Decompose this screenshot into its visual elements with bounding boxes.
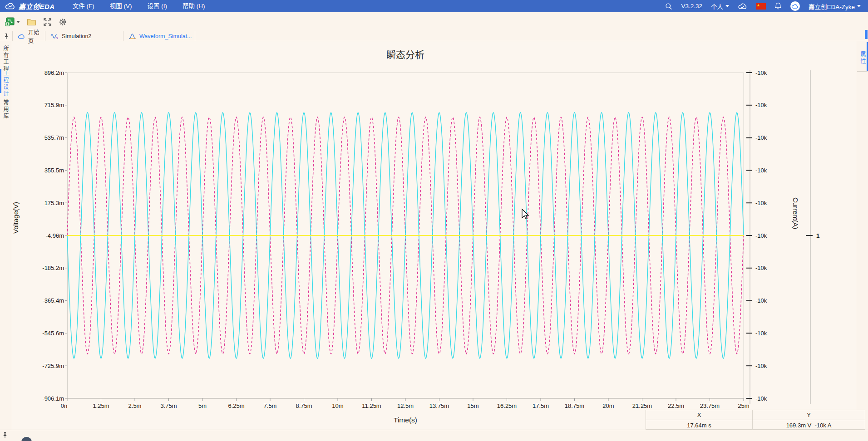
right-axis-tick-label: -10k	[755, 330, 767, 337]
x-axis-tick-label: 18.75m	[565, 402, 584, 409]
notifications-bell-icon[interactable]	[774, 2, 782, 10]
x-axis-tick-label: 7.5m	[264, 402, 277, 409]
x-axis-tick-label: 20m	[602, 402, 614, 409]
menu-settings[interactable]: 设置 (I)	[139, 0, 175, 12]
cloud-logo-icon	[5, 2, 16, 10]
x-axis-tick-label: 3.75m	[160, 402, 177, 409]
cloud-icon	[18, 34, 25, 39]
chart-title: 瞬态分析	[386, 49, 424, 60]
search-icon[interactable]	[665, 3, 672, 10]
sidebar-item-common-library[interactable]: 常用库	[3, 99, 8, 120]
chevron-down-icon	[857, 5, 861, 7]
y-axis-tick-label: -185.2m	[42, 265, 64, 271]
toolbar	[0, 12, 868, 31]
app-window: 嘉立创EDA 文件 (F) 视图 (V) 设置 (I) 帮助 (H) V3.2.…	[0, 0, 868, 441]
y-axis-tick-label: 175.3m	[44, 200, 64, 206]
menu-view[interactable]: 视图 (V)	[102, 0, 140, 12]
document-tabbar: 开始页 N Simulation2 Waveform_Simulat...	[0, 31, 868, 41]
x-axis-tick-label: 21.25m	[632, 402, 652, 409]
left-sidebar: 所有工程 工程设计 常用库	[0, 41, 12, 430]
x-axis-tick-label: 2.5m	[128, 402, 142, 409]
tab-label: Waveform_Simulat...	[139, 33, 192, 39]
y-axis-tick-label: -4.96m	[46, 232, 64, 239]
fullscreen-button[interactable]	[43, 18, 52, 26]
x-axis-tick-label: 23.75m	[700, 402, 720, 409]
y-axis-tick-label: -906.1m	[42, 395, 64, 402]
right-axis2-tick-label: 1	[816, 232, 820, 239]
right-axis-tick-label: -10k	[755, 363, 767, 369]
pin-icon	[3, 432, 7, 438]
x-axis-tick-label: 13.75m	[429, 402, 449, 409]
active-tab-indicator	[0, 69, 1, 93]
sidebar-item-properties[interactable]: 属性	[860, 51, 865, 65]
x-axis-tick-label: 17.5m	[533, 402, 549, 409]
readout-header-x: X	[646, 410, 753, 420]
simulation-wave-icon: N	[50, 33, 59, 39]
svg-text:N: N	[56, 36, 58, 39]
readout-header-y: Y	[753, 410, 865, 420]
x-axis-tick-label: 1.25m	[93, 402, 109, 409]
x-axis-tick-label: 12.5m	[397, 402, 414, 409]
gear-icon	[59, 18, 67, 26]
new-project-button[interactable]	[5, 17, 20, 26]
right-axis-tick-label: -10k	[755, 69, 767, 76]
cursor-readout-table: X Y 17.64m s 169.3m V -10k A	[646, 410, 865, 430]
y-axis-title: Voltage(V)	[13, 202, 20, 234]
right-axis-tick-label: -10k	[755, 265, 767, 271]
x-axis-title: Time(s)	[394, 416, 417, 424]
waveform-chart[interactable]: 瞬态分析896.2m715.9m535.7m355.5m175.3m-4.96m…	[13, 41, 856, 430]
x-axis-tick-label: 0n	[61, 402, 67, 409]
x-axis-tick-label: 22.5m	[668, 402, 684, 409]
language-flag-icon[interactable]	[756, 3, 766, 10]
y-axis-tick-label: 896.2m	[44, 69, 64, 76]
menubar: 文件 (F) 视图 (V) 设置 (I) 帮助 (H)	[65, 0, 213, 12]
y-axis-tick-label: 535.7m	[44, 134, 64, 141]
right-axis-tick-label: -10k	[755, 200, 767, 206]
y-axis-tick-label: 715.9m	[44, 102, 64, 108]
menu-file[interactable]: 文件 (F)	[65, 0, 102, 12]
user-avatar[interactable]	[790, 1, 800, 11]
trace-group	[67, 113, 744, 358]
tab-waveform-simulation[interactable]: Waveform_Simulat...	[123, 31, 195, 41]
right-sidebar: 属性	[856, 41, 868, 430]
readout-value-y: 169.3m V -10k A	[753, 420, 865, 430]
tabbar-scrollbar[interactable]	[865, 30, 868, 39]
tab-simulation2[interactable]: N Simulation2	[45, 31, 123, 41]
titlebar-right: V3.2.32 个人 嘉立创E	[665, 1, 868, 11]
right-axis-tick-label: -10k	[755, 395, 767, 402]
waveform-curve-icon	[128, 33, 136, 39]
x-axis-tick-label: 16.25m	[497, 402, 517, 409]
app-logo[interactable]: 嘉立创EDA	[0, 1, 55, 11]
right-axis-tick-label: -10k	[755, 232, 767, 239]
tab-label: Simulation2	[62, 33, 91, 39]
right-axis-tick-label: -10k	[755, 134, 767, 141]
settings-button[interactable]	[59, 18, 67, 26]
pin-tabs-button[interactable]	[0, 31, 13, 41]
x-axis-tick-label: 6.25m	[228, 402, 244, 409]
y-axis-tick-label: 355.5m	[44, 167, 64, 174]
x-axis-tick-label: 8.75m	[296, 402, 312, 409]
x-axis-tick-label: 11.25m	[362, 402, 381, 409]
x-axis-tick-label: 15m	[467, 402, 478, 409]
right-axis-tick-label: -10k	[755, 297, 767, 304]
account-menu[interactable]: 个人	[711, 2, 729, 11]
x-axis-tick-label: 10m	[332, 402, 343, 409]
tab-start-page[interactable]: 开始页	[13, 31, 45, 41]
user-menu[interactable]: 嘉立创EDA-Zyke	[809, 2, 861, 11]
folder-icon	[27, 18, 36, 26]
titlebar: 嘉立创EDA 文件 (F) 视图 (V) 设置 (I) 帮助 (H) V3.2.…	[0, 0, 868, 12]
sidebar-item-all-projects[interactable]: 所有工程	[3, 45, 8, 73]
open-folder-button[interactable]	[27, 18, 36, 26]
sidebar-item-project-design[interactable]: 工程设计	[3, 70, 8, 98]
x-axis-tick-label: 5m	[198, 402, 207, 409]
chevron-down-icon	[725, 5, 729, 7]
account-label: 个人	[711, 2, 723, 11]
pin-bottom-button[interactable]	[3, 432, 7, 440]
right-axis-title: Current(A)	[792, 197, 799, 229]
pcb-board-icon	[5, 17, 15, 26]
cloud-sync-icon[interactable]	[738, 3, 748, 10]
y-axis-tick-label: -545.6m	[42, 330, 64, 337]
username-label: 嘉立创EDA-Zyke	[809, 2, 855, 11]
x-axis-tick-label: 25m	[738, 402, 749, 409]
menu-help[interactable]: 帮助 (H)	[175, 0, 213, 12]
